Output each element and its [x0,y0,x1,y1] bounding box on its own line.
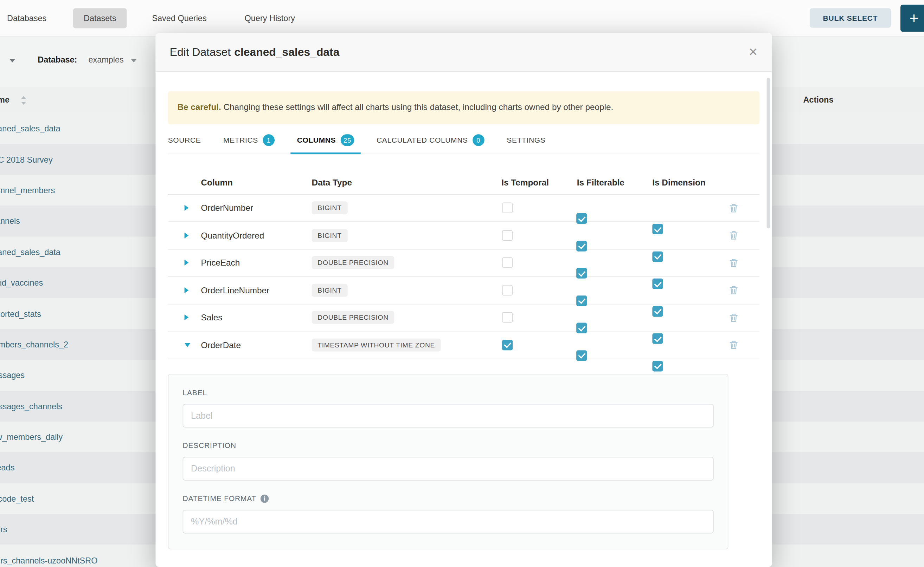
label-field-label-text: LABEL [183,388,207,396]
modal-tab-label: SOURCE [168,136,201,144]
column-row: OrderLineNumber BIGINT [168,277,760,304]
nav-tab-saved-queries[interactable]: Saved Queries [152,0,206,36]
dataset-name-link[interactable]: FCC 2018 Survey [0,154,53,164]
datetime-format-label-text: DATETIME FORMAT [183,494,257,502]
is-temporal-checkbox[interactable] [502,230,513,241]
delete-column-button[interactable] [727,201,741,215]
column-name: OrderDate [201,340,241,350]
column-name: Sales [201,313,223,322]
dataset-name-link[interactable]: messages_channels [0,402,62,411]
trash-icon [729,258,738,268]
delete-column-button[interactable] [727,256,741,270]
modal-title-dataset-name: cleaned_sales_data [234,46,339,58]
modal-header: Edit Datasetcleaned_sales_data ✕ [155,33,772,72]
column-detail-panel: LABEL DESCRIPTION DATETIME FORMAT [168,374,728,549]
sort-icon[interactable] [21,96,26,105]
modal-tab-settings[interactable]: SETTINGS [507,134,545,153]
tab-count-badge: 25 [341,134,354,146]
label-field-label: LABEL [183,388,714,396]
delete-column-button[interactable] [727,338,741,352]
modal-tab-calculated-columns[interactable]: CALCULATED COLUMNS 0 [376,134,485,153]
datetime-format-field-label: DATETIME FORMAT [183,494,714,502]
dataset-name-link[interactable]: channels [0,216,20,226]
bulk-select-button[interactable]: BULK SELECT [810,8,891,27]
edit-dataset-modal: Edit Datasetcleaned_sales_data ✕ Be care… [155,33,772,567]
dataset-name-link[interactable]: messages [0,370,25,380]
is-temporal-checkbox[interactable] [502,258,513,268]
modal-tab-source[interactable]: SOURCE [168,134,201,153]
nav-tab-databases[interactable]: Databases [7,0,47,36]
trash-icon [729,231,738,240]
dataset-name-link[interactable]: exported_stats [0,309,41,318]
is-dimension-checkbox[interactable] [652,361,663,371]
dataset-name-link[interactable]: users [0,525,8,534]
dataset-name-link[interactable]: channel_members [0,186,55,195]
chevron-down-icon[interactable] [9,59,15,63]
delete-column-button[interactable] [727,283,741,297]
trash-icon [729,313,738,322]
column-header-is-filterable: Is Filterable [577,177,625,187]
delete-column-button[interactable] [727,228,741,242]
datetime-format-input[interactable] [183,510,714,533]
dataset-name-link[interactable]: threads [0,463,14,472]
is-filterable-checkbox[interactable] [576,350,587,361]
dataset-name-link[interactable]: users_channels-uzooNNtSRO [0,556,98,565]
modal-tab-label: METRICS [223,136,258,144]
nav-tab-label: Datasets [73,8,127,28]
trash-icon [729,203,738,213]
modal-title: Edit Datasetcleaned_sales_data [170,46,340,58]
expand-caret-icon[interactable] [185,315,189,321]
description-field-label-text: DESCRIPTION [183,441,236,449]
expand-caret-icon[interactable] [185,205,189,211]
modal-body: Be careful. Changing these settings will… [155,92,772,549]
description-input[interactable] [183,457,714,480]
dataset-name-link[interactable]: unicode_test [0,494,34,503]
delete-column-button[interactable] [727,310,741,325]
column-row: QuantityOrdered BIGINT [168,222,760,249]
expand-caret-icon[interactable] [185,260,189,266]
warning-banner-text: Changing these settings will affect all … [221,103,613,112]
warning-banner: Be careful. Changing these settings will… [168,92,760,124]
database-filter-value[interactable]: examples [88,55,123,64]
modal-tab-label: COLUMNS [297,136,336,144]
nav-tab-label: Databases [7,14,47,23]
name-column-header[interactable]: Name [0,95,9,104]
expand-caret-icon[interactable] [185,232,189,238]
dataset-name-link[interactable]: new_members_daily [0,432,63,442]
dataset-name-link[interactable]: cleaned_sales_data [0,248,60,257]
data-type-pill: DOUBLE PRECISION [312,256,394,270]
expand-caret-icon[interactable] [185,343,191,347]
description-field-label: DESCRIPTION [183,441,714,449]
info-icon[interactable] [260,494,269,502]
dataset-name-link[interactable]: cleaned_sales_data [0,124,60,133]
data-type-pill: TIMESTAMP WITHOUT TIME ZONE [312,338,441,351]
add-dataset-button[interactable]: + [900,4,924,32]
column-name: OrderNumber [201,203,253,213]
dataset-name-link[interactable]: members_channels_2 [0,340,68,349]
trash-icon [729,340,738,350]
app-viewport: Databases Datasets Saved Queries Query H… [0,0,924,567]
column-name: QuantityOrdered [201,231,264,240]
trash-icon [729,285,738,295]
column-row: PriceEach DOUBLE PRECISION [168,249,760,277]
actions-column-header: Actions [803,95,833,104]
is-temporal-checkbox[interactable] [502,203,513,213]
nav-tab-label: Query History [245,14,295,23]
modal-title-prefix: Edit Dataset [170,46,231,58]
close-icon[interactable]: ✕ [749,46,758,58]
is-temporal-checkbox[interactable] [502,285,513,296]
modal-tab-columns[interactable]: COLUMNS 25 [297,134,354,153]
nav-tab-datasets[interactable]: Datasets [73,0,127,36]
column-name: PriceEach [201,258,240,268]
label-input[interactable] [183,404,714,427]
is-temporal-checkbox[interactable] [502,340,513,350]
dataset-name-link[interactable]: covid_vaccines [0,278,43,287]
tab-count-badge: 1 [263,134,275,146]
expand-caret-icon[interactable] [185,287,189,293]
modal-tab-metrics[interactable]: METRICS 1 [223,134,275,153]
nav-tab-query-history[interactable]: Query History [245,0,295,36]
modal-scrollbar-thumb[interactable] [767,78,771,228]
is-temporal-checkbox[interactable] [502,312,513,323]
chevron-down-icon[interactable] [131,59,137,63]
modal-tab-label: CALCULATED COLUMNS [376,136,468,144]
